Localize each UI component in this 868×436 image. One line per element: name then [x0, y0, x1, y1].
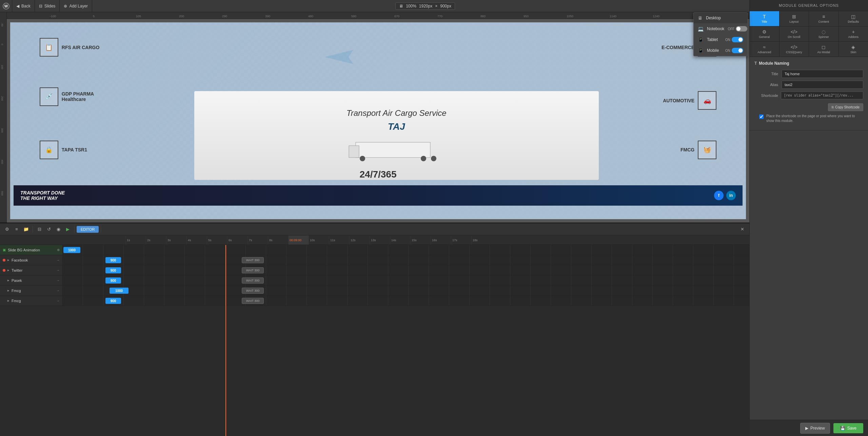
title-field-row: Title [754, 70, 863, 78]
shortcode-checkbox[interactable] [759, 115, 764, 119]
right-panel: MODULE GENERAL OPTIONS T Title ⊞ Layout … [749, 0, 868, 436]
app-logo[interactable]: W [0, 0, 12, 12]
save-button[interactable]: 💾 Save [833, 423, 863, 433]
tab-on-scroll[interactable]: </> On Scroll [780, 26, 809, 41]
svg-point-8 [360, 156, 365, 161]
track-tw-grid [63, 265, 749, 275]
css-jquery-tab-label: CSS/jQuery [786, 50, 802, 54]
facebook-social-button[interactable]: f [714, 191, 724, 200]
tab-css-jquery[interactable]: </> CSS/jQuery [780, 42, 809, 57]
mobile-toggle-pill[interactable] [732, 48, 743, 53]
track-bg-block[interactable]: 1000 [63, 247, 80, 253]
title-field-input[interactable] [782, 70, 863, 78]
alias-field-input[interactable] [782, 81, 863, 89]
tl-tab-editor[interactable]: EDITOR [77, 226, 99, 233]
top-toolbar: W ◀ Back ⊟ Slides ⊕ Add Layer 🖥 100% 192… [0, 0, 868, 12]
service-rfs-air-cargo: 📋 RFS AIR CARGO [40, 38, 99, 57]
tl-btn-close[interactable]: ✕ [738, 225, 747, 234]
responsive-dropdown: 🖥 Desktop 💻 Notebook OFF 📱 Tablet ON 📱 M… [693, 12, 748, 56]
fmcg1-expand-icon: ▸ [7, 288, 9, 293]
linkedin-social-button[interactable]: in [726, 191, 736, 200]
preview-button[interactable]: ▶ Preview [800, 423, 830, 434]
tl-btn-undo2[interactable]: ↺ [44, 225, 53, 234]
shortcode-input[interactable] [781, 91, 863, 99]
tl-btn-play[interactable]: ▶ [63, 225, 72, 234]
rfs-label: RFS AIR CARGO [62, 45, 99, 50]
fb-wait-label: WAIT 300 [242, 257, 264, 263]
save-icon: 💾 [840, 426, 845, 431]
track-pasek-grid [63, 275, 749, 285]
slides-button[interactable]: ⊟ Slides [35, 0, 60, 12]
tab-spinner[interactable]: ◌ Spinner [809, 26, 839, 41]
add-layer-button[interactable]: ⊕ Add Layer [60, 0, 92, 12]
notebook-toggle-pill[interactable] [736, 26, 747, 32]
resp-item-tablet[interactable]: 📱 Tablet ON [694, 34, 747, 45]
tablet-toggle-pill[interactable] [732, 37, 743, 42]
tab-general[interactable]: ⚙ General [750, 26, 780, 41]
tab-as-modal[interactable]: ◻ As Modal [809, 42, 839, 57]
tab-layout[interactable]: ⊞ Layout [780, 11, 809, 26]
tab-title[interactable]: T Title [750, 11, 780, 26]
tab-skin[interactable]: ◈ Skin [839, 42, 868, 57]
time-mark-6s: 6s [227, 235, 248, 245]
timeline-toolbar: ⚙ ≡ 📁 ⊟ ↺ ◉ ▶ EDITOR ✕ [0, 223, 749, 235]
panel-header: MODULE GENERAL OPTIONS [750, 0, 868, 11]
resp-item-notebook[interactable]: 💻 Notebook OFF [694, 23, 747, 34]
tab-defaults[interactable]: ◫ Defaults [839, 11, 868, 26]
track-fmcg2-label: ▸ Fmcg → [0, 296, 63, 306]
skin-tab-label: Skin [850, 50, 856, 54]
shortcode-checkbox-row: Place the shortcode on the page or post … [754, 114, 863, 123]
time-mark-11s: 11s [329, 235, 349, 245]
svg-rect-6 [356, 142, 430, 158]
resolution-display[interactable]: 🖥 100% 1920px × 900px [395, 2, 455, 10]
tl-btn-folder[interactable]: 📁 [22, 225, 31, 234]
fmcg2-block[interactable]: 900 [105, 298, 121, 304]
time-mark-13s: 13s [370, 235, 390, 245]
tab-addons[interactable]: + Addons [839, 26, 868, 41]
skin-tab-icon: ◈ [851, 44, 855, 50]
tablet-toggle[interactable]: ON [725, 37, 743, 42]
pasek-arrow: → [56, 278, 60, 282]
facebook-arrow: → [56, 258, 60, 262]
time-mark-3s: 3s [166, 235, 186, 245]
resp-item-mobile[interactable]: 📱 Mobile ON [694, 45, 747, 56]
alias-field-label: Alias [754, 83, 778, 87]
tl-btn-add-frame[interactable]: ⊟ [35, 225, 44, 234]
fmcg1-block[interactable]: 1000 [110, 288, 129, 294]
fmcg-label: FMCG [680, 147, 694, 152]
mobile-toggle[interactable]: ON [725, 48, 743, 53]
tab-advanced[interactable]: ≈ Advanced [750, 42, 780, 57]
time-mark-9s: 00:09:00 [288, 235, 309, 245]
tl-btn-list[interactable]: ≡ [12, 225, 21, 234]
preview-icon: ▶ [805, 426, 808, 431]
service-gdp-pharma: 💉 GDP PHARMA Healthcare [40, 87, 94, 106]
svg-point-10 [431, 156, 436, 161]
resp-item-desktop[interactable]: 🖥 Desktop [694, 13, 747, 23]
time-mark-14s: 14s [390, 235, 410, 245]
gdp-icon: 💉 [40, 87, 58, 106]
slides-icon: ⊟ [39, 4, 42, 8]
back-button[interactable]: ◀ Back [12, 0, 35, 12]
service-tapa-tsr1: 🔒 TAPA TSR1 [40, 141, 87, 159]
spinner-tab-icon: ◌ [822, 29, 826, 35]
truck-svg [346, 136, 447, 163]
bottom-banner: TRANSPORT DONE THE RIGHT WAY f in [14, 185, 743, 206]
time-mark-7s: 7s [248, 235, 268, 245]
notebook-toggle[interactable]: OFF [728, 26, 747, 32]
tl-btn-cursor-tool[interactable]: ◉ [54, 225, 63, 234]
addons-tab-label: Addons [848, 35, 859, 39]
tw-block[interactable]: 900 [105, 267, 121, 273]
pasek-block[interactable]: 900 [105, 277, 121, 284]
copy-shortcode-button[interactable]: ⎘ Copy Shortcode [828, 103, 863, 111]
rfs-icon: 📋 [40, 38, 58, 57]
track-pasek-label: ▸ Pasek → [0, 275, 63, 285]
time-mark-8s: 8s [268, 235, 288, 245]
fb-block[interactable]: 900 [105, 257, 121, 263]
twitter-arrow: → [56, 268, 60, 272]
facebook-expand-icon: ▸ [7, 258, 9, 262]
advanced-tab-icon: ≈ [763, 44, 766, 50]
tl-btn-settings[interactable]: ⚙ [3, 225, 12, 234]
tab-content[interactable]: ≡ Content [809, 11, 839, 26]
time-mark-15s: 15s [410, 235, 431, 245]
time-mark-17s: 17s [451, 235, 471, 245]
